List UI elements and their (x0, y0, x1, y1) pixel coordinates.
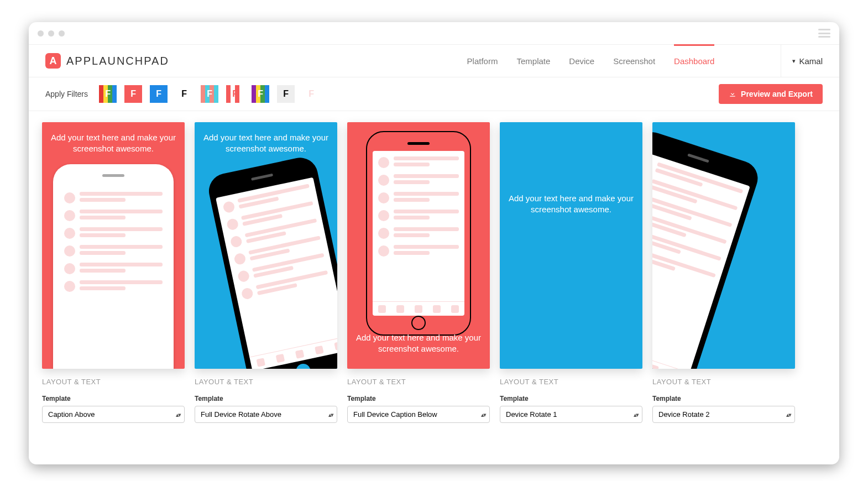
layout-controls-0: LAYOUT & TEXTTemplateCaption Above▴▾ (42, 378, 185, 423)
screenshot-card-4[interactable] (652, 122, 795, 369)
filter-letter-icon: F (181, 89, 187, 99)
preview-export-label: Preview and Export (741, 90, 813, 98)
section-title: LAYOUT & TEXT (347, 378, 490, 386)
template-select[interactable]: Device Rotate 1 (500, 406, 642, 423)
app-window: A APPLAUNCHPAD Platform Template Device … (29, 22, 839, 464)
device-screen (652, 150, 750, 369)
device-mockup (206, 154, 337, 369)
nav-platform[interactable]: Platform (467, 46, 498, 76)
max-dot[interactable] (59, 30, 65, 36)
filter-letter-icon: F (232, 89, 238, 99)
device-mockup (652, 128, 762, 369)
filter-letter-icon: F (207, 89, 212, 99)
brand-name: APPLAUNCHPAD (66, 55, 169, 67)
header: A APPLAUNCHPAD Platform Template Device … (29, 44, 839, 77)
filter-letter-icon: F (130, 89, 136, 99)
filter-letter-icon: F (258, 89, 263, 99)
template-select[interactable]: Device Rotate 2 (652, 406, 795, 423)
filter-swatch-6[interactable]: F (252, 85, 269, 103)
device-mockup (53, 164, 174, 369)
nav-device[interactable]: Device (569, 46, 594, 76)
section-title: LAYOUT & TEXT (195, 378, 337, 386)
filter-swatch-5[interactable]: F (226, 85, 244, 103)
device-screen (216, 177, 337, 369)
card-caption: Add your text here and make your screens… (500, 183, 642, 226)
filters-label: Apply Filters (45, 90, 88, 98)
nav-dashboard[interactable]: Dashboard (674, 46, 714, 76)
filter-swatch-4[interactable]: F (201, 85, 218, 103)
controls-row: LAYOUT & TEXTTemplateCaption Above▴▾LAYO… (29, 369, 839, 423)
hamburger-icon[interactable] (818, 29, 830, 38)
layout-controls-3: LAYOUT & TEXTTemplateDevice Rotate 1▴▾ (500, 378, 642, 423)
min-dot[interactable] (48, 30, 54, 36)
layout-controls-1: LAYOUT & TEXTTemplateFull Device Rotate … (195, 378, 337, 423)
layout-controls-4: LAYOUT & TEXTTemplateDevice Rotate 2▴▾ (652, 378, 795, 423)
section-title: LAYOUT & TEXT (500, 378, 642, 386)
filter-swatch-3[interactable]: F (175, 85, 193, 103)
template-field-label: Template (195, 395, 337, 402)
template-select[interactable]: Full Device Rotate Above (195, 406, 337, 423)
device-screen (59, 186, 168, 369)
main-nav: Platform Template Device Screenshot Dash… (467, 46, 715, 76)
card-caption: Add your text here and make your screens… (195, 122, 337, 165)
template-field-label: Template (500, 395, 642, 402)
screenshot-card-0[interactable]: Add your text here and make your screens… (42, 122, 185, 369)
filter-swatch-0[interactable]: F (99, 85, 117, 103)
user-menu[interactable]: Kamal (781, 45, 823, 77)
user-name: Kamal (799, 56, 823, 66)
template-select[interactable]: Caption Above (42, 406, 185, 423)
template-field-label: Template (652, 395, 795, 402)
filter-swatches: FFFFFFFFF (99, 85, 320, 103)
layout-controls-2: LAYOUT & TEXTTemplateFull Device Caption… (347, 378, 490, 423)
filter-letter-icon: F (105, 89, 111, 99)
titlebar (29, 22, 839, 44)
card-caption: Add your text here and make your screens… (42, 122, 185, 165)
filter-swatch-7[interactable]: F (277, 85, 295, 103)
preview-export-button[interactable]: Preview and Export (719, 84, 823, 104)
nav-template[interactable]: Template (516, 46, 550, 76)
filter-letter-icon: F (308, 89, 314, 99)
screenshot-card-3[interactable]: Add your text here and make your screens… (500, 122, 642, 369)
filter-swatch-1[interactable]: F (124, 85, 142, 103)
filters-toolbar: Apply Filters FFFFFFFFF Preview and Expo… (29, 77, 839, 111)
section-title: LAYOUT & TEXT (652, 378, 795, 386)
filter-swatch-8[interactable]: F (302, 85, 320, 103)
window-controls (38, 30, 65, 36)
filter-swatch-2[interactable]: F (150, 85, 168, 103)
filter-letter-icon: F (283, 89, 289, 99)
screenshot-card-1[interactable]: Add your text here and make your screens… (195, 122, 337, 369)
brand-badge: A (45, 53, 61, 69)
close-dot[interactable] (38, 30, 44, 36)
brand-logo[interactable]: A APPLAUNCHPAD (45, 53, 169, 69)
screenshot-card-2[interactable]: Add your text here and make your screens… (347, 122, 490, 369)
device-screen (373, 151, 464, 316)
section-title: LAYOUT & TEXT (42, 378, 185, 386)
cards-row: Add your text here and make your screens… (29, 111, 839, 369)
device-mockup (366, 131, 471, 336)
download-icon (729, 90, 736, 98)
filter-letter-icon: F (156, 89, 161, 99)
template-select[interactable]: Full Device Caption Below (347, 406, 490, 423)
card-caption: Add your text here and make your screens… (347, 322, 490, 365)
template-field-label: Template (347, 395, 490, 402)
template-field-label: Template (42, 395, 185, 402)
nav-screenshot[interactable]: Screenshot (613, 46, 655, 76)
